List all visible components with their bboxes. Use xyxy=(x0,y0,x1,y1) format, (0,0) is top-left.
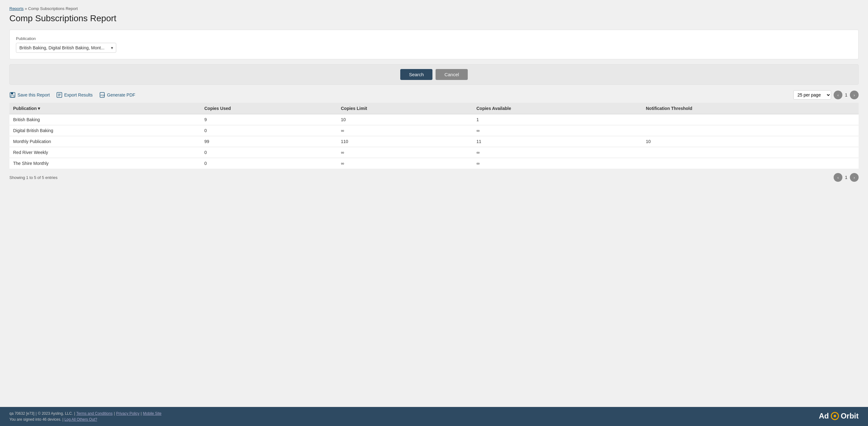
toolbar-right: 10 per page25 per page50 per page100 per… xyxy=(793,90,859,100)
svg-rect-2 xyxy=(11,95,14,97)
table-row: Monthly Publication991101110 xyxy=(9,136,859,147)
table-row: The Shire Monthly0∞∞ xyxy=(9,158,859,169)
footer-logo: Ad Orbit xyxy=(819,412,859,420)
showing-text-label: Showing 1 to 5 of 5 entries xyxy=(9,175,58,180)
prev-page-button[interactable]: ‹ xyxy=(834,91,842,99)
toolbar: Save this Report Export Results xyxy=(9,90,859,100)
cancel-button[interactable]: Cancel xyxy=(436,69,468,80)
pdf-icon: PDF xyxy=(99,92,105,98)
search-button[interactable]: Search xyxy=(400,69,433,80)
save-report-button[interactable]: Save this Report xyxy=(9,92,50,98)
breadcrumb-separator: » xyxy=(25,6,27,11)
filter-publication-label: Publication xyxy=(16,36,852,41)
generate-pdf-label: Generate PDF xyxy=(107,93,135,97)
footer-line2: You are signed into 46 devices. | Log Al… xyxy=(9,417,859,422)
col-notification-threshold: Notification Threshold xyxy=(642,103,859,114)
showing-info: Showing 1 to 5 of 5 entries ‹ 1 › xyxy=(9,173,859,182)
export-icon xyxy=(56,92,62,98)
results-table: Publication ▾ Copies Used Copies Limit C… xyxy=(9,103,859,169)
table-row: British Baking9101 xyxy=(9,114,859,125)
col-publication[interactable]: Publication ▾ xyxy=(9,103,200,114)
page-title: Comp Subscriptions Report xyxy=(9,13,859,24)
table-header-row: Publication ▾ Copies Used Copies Limit C… xyxy=(9,103,859,114)
footer-mobile-link[interactable]: Mobile Site xyxy=(143,411,161,416)
breadcrumb-current: Comp Subscriptions Report xyxy=(28,6,78,11)
bottom-next-page-button[interactable]: › xyxy=(850,173,859,182)
footer-logout-link[interactable]: Log All Others Out? xyxy=(64,417,97,422)
logo-orbit-text: Orbit xyxy=(841,412,859,420)
col-copies-used: Copies Used xyxy=(200,103,337,114)
logo-orbit-icon xyxy=(831,412,839,420)
per-page-select[interactable]: 10 per page25 per page50 per page100 per… xyxy=(793,90,831,100)
col-copies-available: Copies Available xyxy=(473,103,642,114)
breadcrumb: Reports » Comp Subscriptions Report xyxy=(9,6,859,11)
table-row: Digital British Baking0∞∞ xyxy=(9,125,859,136)
generate-pdf-button[interactable]: PDF Generate PDF xyxy=(99,92,135,98)
toolbar-left: Save this Report Export Results xyxy=(9,92,135,98)
footer: qa 70632 [e73] | © 2023 Aysling, LLC. | … xyxy=(0,407,868,426)
footer-terms-link[interactable]: Terms and Conditions xyxy=(76,411,113,416)
footer-privacy-link[interactable]: Privacy Policy xyxy=(116,411,140,416)
logo-ad-text: Ad xyxy=(819,412,829,420)
bottom-prev-page-button[interactable]: ‹ xyxy=(834,173,842,182)
bottom-page-number: 1 xyxy=(845,175,847,180)
page-number: 1 xyxy=(845,93,847,97)
save-icon xyxy=(9,92,16,98)
breadcrumb-reports-link[interactable]: Reports xyxy=(9,6,24,11)
footer-copyright: © 2023 Aysling, LLC. xyxy=(38,411,73,416)
export-results-button[interactable]: Export Results xyxy=(56,92,93,98)
svg-text:PDF: PDF xyxy=(101,94,105,97)
footer-line1: qa 70632 [e73] | © 2023 Aysling, LLC. | … xyxy=(9,411,859,416)
export-results-label: Export Results xyxy=(64,93,93,97)
footer-signed-in-text: You are signed into 46 devices. xyxy=(9,417,61,422)
action-bar: Search Cancel xyxy=(9,64,859,85)
publication-select-wrapper: British Baking, Digital British Baking, … xyxy=(16,43,116,53)
filter-panel: Publication British Baking, Digital Brit… xyxy=(9,30,859,59)
table-row: Red River Weekly0∞∞ xyxy=(9,147,859,158)
next-page-button[interactable]: › xyxy=(850,91,859,99)
showing-pagination-right: ‹ 1 › xyxy=(834,173,859,182)
svg-rect-1 xyxy=(11,93,13,94)
footer-build: qa 70632 [e73] xyxy=(9,411,34,416)
col-copies-limit: Copies Limit xyxy=(337,103,473,114)
publication-select[interactable]: British Baking, Digital British Baking, … xyxy=(16,43,116,53)
save-report-label: Save this Report xyxy=(18,93,50,97)
